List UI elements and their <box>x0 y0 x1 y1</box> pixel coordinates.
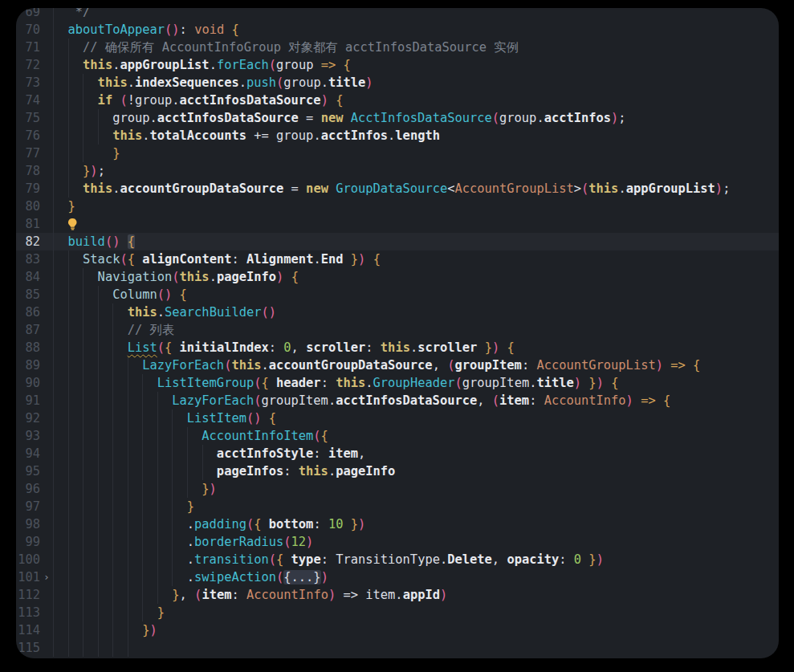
line-number[interactable]: 112 <box>16 586 40 604</box>
line-number[interactable]: 87 <box>16 321 40 339</box>
code-line[interactable]: 76 this.totalAccounts += group.acctInfos… <box>16 127 779 145</box>
intention-bulb-icon[interactable] <box>67 218 79 230</box>
line-number[interactable]: 69 <box>16 8 40 21</box>
code-line[interactable]: 89 LazyForEach(this.accountGroupDataSour… <box>16 356 779 374</box>
line-number[interactable]: 115 <box>16 639 40 657</box>
code-text[interactable]: this.indexSequences.push(group.title) <box>53 74 373 92</box>
code-line[interactable]: 84 Navigation(this.pageInfo) { <box>16 268 779 286</box>
code-line[interactable]: 92 ListItem() { <box>16 409 779 427</box>
code-text[interactable]: ListItem() { <box>53 409 276 427</box>
line-number[interactable]: 98 <box>16 515 40 533</box>
fold-chevron-icon[interactable]: › <box>40 568 53 586</box>
code-line[interactable]: 77 } <box>16 145 779 162</box>
code-text[interactable]: build() { <box>53 233 135 250</box>
line-number[interactable]: 71 <box>16 39 40 56</box>
line-number[interactable]: 84 <box>16 268 40 286</box>
code-line[interactable]: 80 } <box>16 198 779 215</box>
line-number[interactable]: 85 <box>16 286 40 303</box>
code-line[interactable]: 74 if (!group.acctInfosDataSource) { <box>16 92 779 109</box>
code-text[interactable]: this.accountGroupDataSource = new GroupD… <box>53 180 730 198</box>
code-text[interactable]: this.totalAccounts += group.acctInfos.le… <box>53 127 440 145</box>
line-number[interactable]: 86 <box>16 303 40 321</box>
line-number[interactable]: 76 <box>16 127 40 145</box>
code-line[interactable]: 114 }) <box>16 621 779 639</box>
code-line[interactable]: 78 }); <box>16 162 779 180</box>
line-number[interactable]: 88 <box>16 339 40 356</box>
code-text[interactable]: .padding({ bottom: 10 }) <box>53 515 365 533</box>
code-text[interactable]: .borderRadius(12) <box>53 533 313 551</box>
code-text[interactable]: */ <box>53 8 90 21</box>
code-line[interactable]: 98 .padding({ bottom: 10 }) <box>16 515 779 533</box>
code-line[interactable]: 87 // 列表 <box>16 321 779 339</box>
line-number[interactable]: 92 <box>16 409 40 427</box>
code-line[interactable]: 69 */ <box>16 8 779 21</box>
code-line[interactable]: 85 Column() { <box>16 286 779 303</box>
line-number[interactable]: 79 <box>16 180 40 198</box>
line-number[interactable]: 97 <box>16 498 40 515</box>
line-number[interactable]: 113 <box>16 604 40 621</box>
code-line[interactable]: 82 build() { <box>16 233 779 250</box>
code-text[interactable]: AccountInfoItem({ <box>53 427 328 445</box>
line-number[interactable]: 94 <box>16 445 40 462</box>
line-number[interactable]: 80 <box>16 198 40 215</box>
code-line[interactable]: 113 } <box>16 604 779 621</box>
line-number[interactable]: 90 <box>16 374 40 392</box>
code-text[interactable]: }) <box>53 621 157 639</box>
code-line[interactable]: 70 aboutToAppear(): void { <box>16 21 779 39</box>
line-number[interactable]: 100 <box>16 551 40 568</box>
code-text[interactable]: } <box>53 498 194 515</box>
line-number[interactable]: 101 <box>16 568 40 586</box>
code-line[interactable]: 94 acctInfoStyle: item, <box>16 445 779 462</box>
line-number[interactable]: 89 <box>16 356 40 374</box>
line-number[interactable]: 77 <box>16 145 40 162</box>
code-text[interactable]: .swipeAction({...}) <box>53 568 328 586</box>
code-line[interactable]: 81 <box>16 215 779 233</box>
code-text[interactable]: this.SearchBuilder() <box>53 303 276 321</box>
code-line[interactable]: 93 AccountInfoItem({ <box>16 427 779 445</box>
code-line[interactable]: 112 }, (item: AccountInfo) => item.appId… <box>16 586 779 604</box>
line-number[interactable]: 95 <box>16 462 40 480</box>
folded-code-placeholder[interactable]: {...} <box>283 570 320 584</box>
code-line[interactable]: 100 .transition({ type: TransitionType.D… <box>16 551 779 568</box>
code-line[interactable]: 79 this.accountGroupDataSource = new Gro… <box>16 180 779 198</box>
line-number[interactable]: 93 <box>16 427 40 445</box>
code-text[interactable]: .transition({ type: TransitionType.Delet… <box>53 551 604 568</box>
code-line[interactable]: 99 .borderRadius(12) <box>16 533 779 551</box>
code-text[interactable]: aboutToAppear(): void { <box>53 21 239 39</box>
code-text[interactable]: this.appGroupList.forEach(group => { <box>53 56 351 74</box>
code-line[interactable]: 90 ListItemGroup({ header: this.GroupHea… <box>16 374 779 392</box>
code-line[interactable]: 72 this.appGroupList.forEach(group => { <box>16 56 779 74</box>
code-text[interactable]: Stack({ alignContent: Alignment.End }) { <box>53 250 381 268</box>
line-number[interactable]: 99 <box>16 533 40 551</box>
code-line[interactable]: 115 <box>16 639 779 657</box>
code-text[interactable]: acctInfoStyle: item, <box>53 445 365 462</box>
code-text[interactable]: List({ initialIndex: 0, scroller: this.s… <box>53 339 515 356</box>
code-text[interactable]: if (!group.acctInfosDataSource) { <box>53 92 343 109</box>
line-number[interactable]: 91 <box>16 392 40 409</box>
code-line[interactable]: 91 LazyForEach(groupItem.acctInfosDataSo… <box>16 392 779 409</box>
line-number[interactable]: 83 <box>16 250 40 268</box>
line-number[interactable]: 73 <box>16 74 40 92</box>
code-text[interactable]: }) <box>53 480 217 498</box>
code-line[interactable]: 96 }) <box>16 480 779 498</box>
code-line[interactable]: 97 } <box>16 498 779 515</box>
code-text[interactable]: LazyForEach(this.accountGroupDataSource,… <box>53 356 700 374</box>
code-text[interactable]: pageInfos: this.pageInfo <box>53 462 395 480</box>
code-line[interactable]: 71 // 确保所有 AccountInfoGroup 对象都有 acctInf… <box>16 39 779 56</box>
code-text[interactable]: // 列表 <box>53 321 174 339</box>
code-text[interactable]: ListItemGroup({ header: this.GroupHeader… <box>53 374 618 392</box>
line-number[interactable]: 114 <box>16 621 40 639</box>
code-text[interactable]: } <box>53 604 165 621</box>
code-text[interactable]: LazyForEach(groupItem.acctInfosDataSourc… <box>53 392 670 409</box>
code-line[interactable]: 73 this.indexSequences.push(group.title) <box>16 74 779 92</box>
code-line[interactable]: 88 List({ initialIndex: 0, scroller: thi… <box>16 339 779 356</box>
code-text[interactable]: } <box>53 198 75 215</box>
code-line[interactable]: 75 group.acctInfosDataSource = new AcctI… <box>16 109 779 127</box>
line-number[interactable]: 78 <box>16 162 40 180</box>
line-number[interactable]: 72 <box>16 56 40 74</box>
line-number[interactable]: 96 <box>16 480 40 498</box>
code-text[interactable]: group.acctInfosDataSource = new AcctInfo… <box>53 109 626 127</box>
code-text[interactable]: }, (item: AccountInfo) => item.appId) <box>53 586 447 604</box>
line-number[interactable]: 81 <box>16 215 40 233</box>
line-number[interactable]: 70 <box>16 21 40 39</box>
